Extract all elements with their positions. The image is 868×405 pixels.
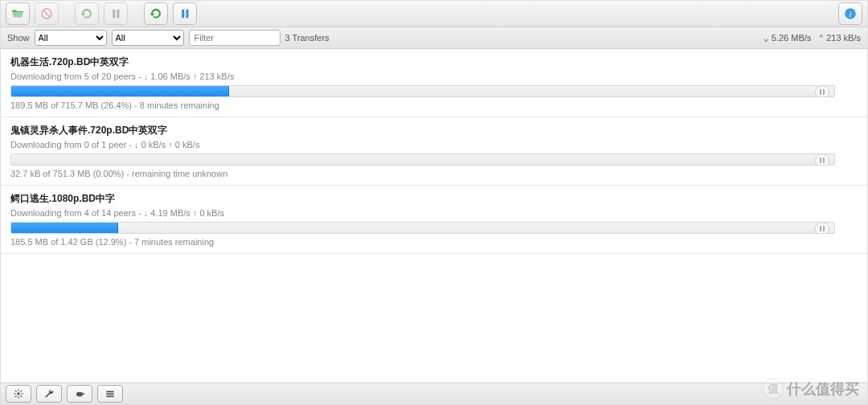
pause-button[interactable] <box>104 2 128 25</box>
resume-button[interactable] <box>75 2 99 25</box>
app-window: i Show All All 3 Transfers ⌄ 5.26 MB/s ⌃… <box>0 0 868 405</box>
pause-transfer-button[interactable] <box>815 153 829 166</box>
remove-button[interactable] <box>35 2 59 25</box>
compact-icon <box>104 388 116 399</box>
transfer-list: 机器生活.720p.BD中英双字Downloading from 5 of 20… <box>1 49 867 382</box>
progress-bar <box>10 222 835 234</box>
down-arrow-icon: ⌄ <box>764 33 769 43</box>
svg-rect-2 <box>113 10 115 18</box>
pause-transfer-button[interactable] <box>815 85 829 97</box>
filter-input[interactable] <box>189 30 280 46</box>
pause-all-icon <box>178 6 192 21</box>
wrench-icon <box>43 388 55 399</box>
svg-line-15 <box>15 395 17 397</box>
filter-bar: Show All All 3 Transfers ⌄ 5.26 MB/s ⌃ 2… <box>1 27 867 49</box>
open-button[interactable] <box>6 2 30 25</box>
svg-rect-20 <box>106 393 113 395</box>
svg-line-13 <box>15 391 17 392</box>
transfer-summary: 32.7 kB of 751.3 MB (0.00%) - remaining … <box>10 169 858 178</box>
status-filter-select[interactable]: All <box>35 30 107 46</box>
svg-point-17 <box>76 392 83 397</box>
transfer-status: Downloading from 0 of 1 peer - ↓ 0 kB/s … <box>10 140 858 149</box>
transfer-summary: 185.5 MB of 1.42 GB (12.9%) - 7 minutes … <box>10 237 858 247</box>
transfer-title: 机器生活.720p.BD中英双字 <box>10 55 858 69</box>
turtle-button[interactable] <box>67 385 92 403</box>
progress-bar <box>10 153 835 166</box>
transfer-title: 鬼镇灵异杀人事件.720p.BD中英双字 <box>10 124 858 137</box>
progress-fill <box>11 86 229 96</box>
prefs-button[interactable] <box>36 385 62 403</box>
global-down-rate: 5.26 MB/s <box>772 33 812 43</box>
global-rates: ⌄ 5.26 MB/s ⌃ 213 kB/s <box>764 33 861 43</box>
transfer-title: 鳄口逃生.1080p.BD中字 <box>10 192 858 206</box>
up-arrow-icon: ⌃ <box>819 33 825 43</box>
transfer-count: 3 Transfers <box>285 33 330 43</box>
svg-text:i: i <box>850 10 852 18</box>
gear-icon <box>13 388 24 399</box>
show-label: Show <box>7 33 30 43</box>
turtle-icon <box>74 388 85 399</box>
transfer-status: Downloading from 5 of 20 peers - ↓ 1.06 … <box>10 72 858 81</box>
compact-view-button[interactable] <box>97 385 123 403</box>
transfer-status: Downloading from 4 of 14 peers - ↓ 4.19 … <box>10 208 858 218</box>
svg-rect-19 <box>106 391 113 393</box>
svg-rect-3 <box>117 10 120 18</box>
svg-point-18 <box>83 393 84 395</box>
progress-fill <box>11 223 118 233</box>
bottom-bar <box>1 382 867 404</box>
pause-icon <box>108 6 123 21</box>
svg-point-8 <box>17 392 20 395</box>
progress-bar <box>10 85 835 97</box>
group-filter-select[interactable]: All <box>112 30 184 46</box>
svg-rect-21 <box>106 395 113 397</box>
info-button[interactable]: i <box>838 2 862 25</box>
resume-icon <box>80 6 94 21</box>
transfer-row[interactable]: 机器生活.720p.BD中英双字Downloading from 5 of 20… <box>1 49 867 117</box>
info-icon: i <box>843 6 858 21</box>
svg-rect-4 <box>182 10 184 18</box>
resume-all-button[interactable] <box>144 2 168 25</box>
svg-line-1 <box>43 10 50 17</box>
pause-all-button[interactable] <box>173 2 197 25</box>
svg-rect-5 <box>186 10 189 18</box>
transfer-row[interactable]: 鳄口逃生.1080p.BD中字Downloading from 4 of 14 … <box>1 186 867 254</box>
transfer-summary: 189.5 MB of 715.7 MB (26.4%) - 8 minutes… <box>10 100 858 110</box>
transfer-row[interactable]: 鬼镇灵异杀人事件.720p.BD中英双字Downloading from 0 o… <box>1 117 867 186</box>
toolbar: i <box>1 1 867 27</box>
global-up-rate: 213 kB/s <box>826 33 861 43</box>
resume-all-icon <box>149 6 163 21</box>
open-icon <box>10 6 25 21</box>
remove-icon <box>39 6 54 21</box>
svg-line-16 <box>20 391 22 392</box>
svg-line-14 <box>20 395 22 397</box>
settings-button[interactable] <box>6 385 31 403</box>
pause-transfer-button[interactable] <box>815 222 829 234</box>
